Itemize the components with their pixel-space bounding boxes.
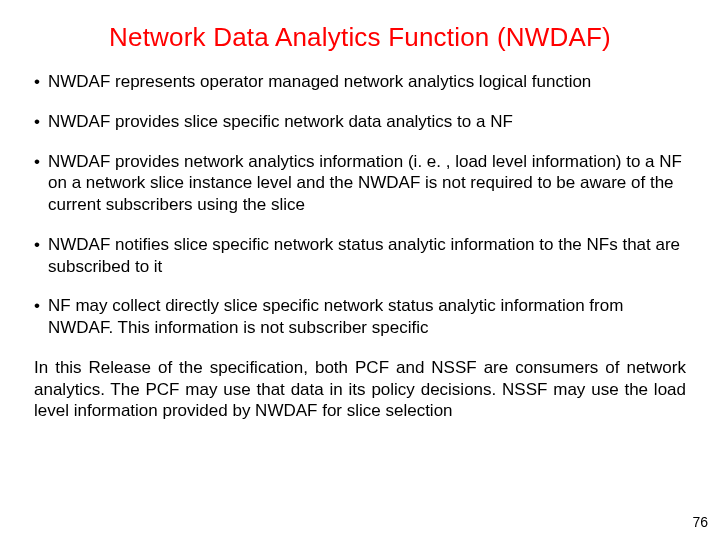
bullet-item: NWDAF provides network analytics informa…	[34, 151, 686, 216]
bullet-item: NWDAF notifies slice specific network st…	[34, 234, 686, 278]
page-number: 76	[692, 514, 708, 530]
bullet-item: NF may collect directly slice specific n…	[34, 295, 686, 339]
slide-title: Network Data Analytics Function (NWDAF)	[28, 22, 692, 53]
bullet-item: NWDAF represents operator managed networ…	[34, 71, 686, 93]
body-paragraph: In this Release of the specification, bo…	[28, 357, 692, 422]
bullet-list: NWDAF represents operator managed networ…	[28, 71, 692, 339]
bullet-item: NWDAF provides slice specific network da…	[34, 111, 686, 133]
slide: Network Data Analytics Function (NWDAF) …	[0, 0, 720, 540]
